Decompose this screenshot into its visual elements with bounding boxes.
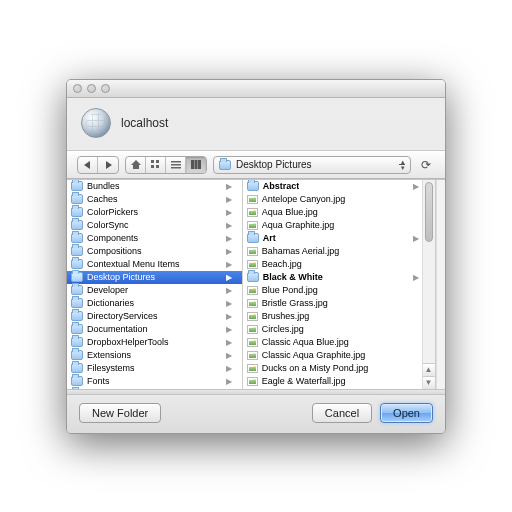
list-item[interactable]: Aqua Blue.jpg [243, 206, 435, 219]
list-item[interactable]: Dictionaries ▶ [67, 297, 242, 310]
disclosure-arrow-icon: ▶ [226, 286, 232, 295]
path-popup[interactable]: Desktop Pictures ▴▾ [213, 156, 411, 174]
list-item[interactable]: Contextual Menu Items ▶ [67, 258, 242, 271]
list-item[interactable]: Filesystems ▶ [67, 362, 242, 375]
scrollbar[interactable]: ▲ ▼ [422, 180, 435, 389]
list-item[interactable]: Frameworks ▶ [67, 388, 242, 389]
folder-icon [71, 181, 83, 191]
item-label: Fonts [87, 376, 110, 386]
path-label: Desktop Pictures [236, 159, 312, 170]
new-folder-button[interactable]: New Folder [79, 403, 161, 423]
item-label: Circles.jpg [262, 324, 304, 334]
list-item[interactable]: Bundles ▶ [67, 180, 242, 193]
item-label: Contextual Menu Items [87, 259, 180, 269]
svg-rect-6 [156, 165, 159, 168]
item-label: ColorPickers [87, 207, 138, 217]
item-label: DropboxHelperTools [87, 337, 169, 347]
list-item[interactable]: Documentation ▶ [67, 323, 242, 336]
disclosure-arrow-icon: ▶ [226, 182, 232, 191]
zoom-window-button[interactable] [101, 84, 110, 93]
scroll-thumb[interactable] [425, 182, 433, 242]
reload-button[interactable]: ⟳ [417, 158, 435, 172]
list-item[interactable]: Blue Pond.jpg [243, 284, 435, 297]
column-2[interactable]: Abstract▶Antelope Canyon.jpgAqua Blue.jp… [243, 180, 436, 389]
item-label: Classic Aqua Graphite.jpg [262, 350, 366, 360]
list-item[interactable]: Antelope Canyon.jpg [243, 193, 435, 206]
image-icon [247, 221, 258, 230]
folder-icon [71, 207, 83, 217]
cancel-button[interactable]: Cancel [312, 403, 372, 423]
list-item[interactable]: Aqua Graphite.jpg [243, 219, 435, 232]
folder-icon [71, 337, 83, 347]
open-button[interactable]: Open [380, 403, 433, 423]
list-view-button[interactable] [166, 157, 186, 173]
forward-button[interactable] [98, 157, 118, 173]
scroll-down-button[interactable]: ▼ [423, 376, 435, 389]
folder-icon [71, 220, 83, 230]
list-item[interactable]: Compositions ▶ [67, 245, 242, 258]
list-item[interactable]: DirectoryServices ▶ [67, 310, 242, 323]
svg-rect-9 [171, 167, 181, 169]
disclosure-arrow-icon: ▶ [226, 273, 232, 282]
list-item[interactable]: Components ▶ [67, 232, 242, 245]
list-item[interactable]: Abstract▶ [243, 180, 435, 193]
svg-rect-7 [171, 161, 181, 163]
disclosure-arrow-icon: ▶ [226, 312, 232, 321]
image-icon [247, 377, 258, 386]
folder-icon [247, 233, 259, 243]
item-label: Desktop Pictures [87, 272, 155, 282]
list-item[interactable]: Fonts ▶ [67, 375, 242, 388]
list-item[interactable]: DropboxHelperTools ▶ [67, 336, 242, 349]
list-item[interactable]: Classic Aqua Graphite.jpg [243, 349, 435, 362]
image-icon [247, 325, 258, 334]
list-item[interactable]: Classic Aqua Blue.jpg [243, 336, 435, 349]
list-item[interactable]: Developer ▶ [67, 284, 242, 297]
open-dialog-window: localhost [66, 79, 446, 434]
dialog-header: localhost [67, 98, 445, 151]
list-item[interactable]: ColorSync ▶ [67, 219, 242, 232]
home-button[interactable] [126, 157, 146, 173]
list-item[interactable]: Eagle & Waterfall.jpg [243, 375, 435, 388]
column-resize-handle[interactable] [436, 180, 445, 389]
list-item[interactable]: Caches ▶ [67, 193, 242, 206]
list-item[interactable]: Bahamas Aerial.jpg [243, 245, 435, 258]
list-item[interactable]: Bristle Grass.jpg [243, 297, 435, 310]
close-window-button[interactable] [73, 84, 82, 93]
popup-arrows-icon: ▴▾ [401, 159, 405, 171]
svg-marker-0 [84, 161, 90, 169]
column-browser: Bundles ▶ Caches ▶ ColorPickers ▶ ColorS… [67, 179, 445, 389]
location-title: localhost [121, 116, 168, 130]
item-label: Abstract [263, 181, 300, 191]
column-view-button[interactable] [186, 157, 206, 173]
minimize-window-button[interactable] [87, 84, 96, 93]
titlebar[interactable] [67, 80, 445, 98]
scroll-up-button[interactable]: ▲ [423, 363, 435, 376]
browser-toolbar: Desktop Pictures ▴▾ ⟳ [67, 151, 445, 179]
list-item[interactable]: Extensions ▶ [67, 349, 242, 362]
disclosure-arrow-icon: ▶ [226, 299, 232, 308]
list-item[interactable]: Circles.jpg [243, 323, 435, 336]
folder-icon [71, 246, 83, 256]
list-item[interactable]: Black & White▶ [243, 271, 435, 284]
image-icon [247, 247, 258, 256]
item-label: Art [263, 233, 276, 243]
list-item[interactable]: Art▶ [243, 232, 435, 245]
item-label: Caches [87, 194, 118, 204]
icon-view-button[interactable] [146, 157, 166, 173]
item-label: Components [87, 233, 138, 243]
network-globe-icon [81, 108, 111, 138]
list-item[interactable]: Earth and Moon.jpg [243, 388, 435, 389]
view-seg [125, 156, 207, 174]
list-item[interactable]: ColorPickers ▶ [67, 206, 242, 219]
back-button[interactable] [78, 157, 98, 173]
column-1[interactable]: Bundles ▶ Caches ▶ ColorPickers ▶ ColorS… [67, 180, 243, 389]
list-item[interactable]: Ducks on a Misty Pond.jpg [243, 362, 435, 375]
list-item[interactable]: Desktop Pictures ▶ [67, 271, 242, 284]
list-item[interactable]: Beach.jpg [243, 258, 435, 271]
svg-rect-3 [151, 160, 154, 163]
image-icon [247, 351, 258, 360]
folder-icon [247, 272, 259, 282]
item-label: Brushes.jpg [262, 311, 310, 321]
list-item[interactable]: Brushes.jpg [243, 310, 435, 323]
folder-icon [71, 376, 83, 386]
